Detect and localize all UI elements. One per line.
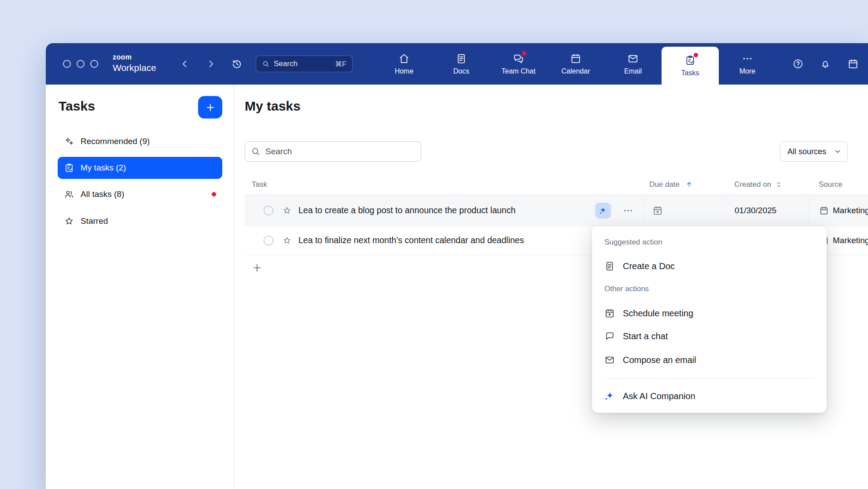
nav-home[interactable]: Home <box>375 43 433 85</box>
add-task-button[interactable] <box>198 96 222 119</box>
doc-icon <box>604 261 615 271</box>
plus-icon <box>251 262 263 274</box>
nav-docs[interactable]: Docs <box>433 43 490 85</box>
unread-badge <box>694 53 698 57</box>
unread-badge <box>522 51 526 56</box>
logo-workplace: Workplace <box>113 63 156 73</box>
ai-companion-button[interactable] <box>595 203 611 219</box>
task-search <box>245 141 421 162</box>
unread-badge <box>212 192 216 196</box>
sidebar-title: Tasks <box>59 99 95 114</box>
add-task-inline-button[interactable] <box>250 261 264 275</box>
created-on-value: 01/30/2025 <box>735 206 776 215</box>
menu-item-label: Create a Doc <box>623 261 675 271</box>
nav-label: Docs <box>453 67 469 75</box>
sort-ascending-icon <box>685 180 693 189</box>
chat-bubble-icon <box>604 331 615 341</box>
task-search-input[interactable] <box>245 141 421 162</box>
search-shortcut: ⌘F <box>335 60 346 68</box>
primary-nav: Home Docs Team Chat Calendar <box>375 43 776 85</box>
sources-filter-dropdown[interactable]: All sources <box>780 141 848 162</box>
bell-icon <box>820 58 831 70</box>
more-icon <box>742 53 753 64</box>
nav-label: Tasks <box>681 69 699 77</box>
help-button[interactable] <box>791 57 805 70</box>
back-button[interactable] <box>179 58 191 70</box>
window-control-dot[interactable] <box>77 60 85 68</box>
nav-label: Calendar <box>562 67 590 75</box>
source-calendar-icon <box>819 206 829 215</box>
column-header-task: Task <box>245 180 645 189</box>
my-tasks-icon <box>64 163 74 173</box>
history-button[interactable] <box>231 58 243 70</box>
app-window: zoom Workplace Search ⌘F Home <box>46 43 868 489</box>
menu-item-start-chat[interactable]: Start a chat <box>592 324 827 348</box>
help-icon <box>792 58 804 70</box>
column-label: Due date <box>649 180 680 189</box>
task-title: Lea to finalize next month’s content cal… <box>298 235 524 245</box>
ai-sparkle-icon <box>599 206 607 215</box>
nav-label: Email <box>624 67 642 75</box>
sparkles-icon <box>64 136 74 147</box>
menu-item-ask-ai-companion[interactable]: Ask AI Companion <box>592 384 827 408</box>
row-more-button[interactable] <box>622 204 635 217</box>
column-header-source: Source <box>808 180 868 189</box>
search-label: Search <box>274 59 298 68</box>
task-complete-checkbox[interactable] <box>264 206 273 215</box>
nav-label: More <box>739 67 755 75</box>
zoom-workplace-logo: zoom Workplace <box>113 53 156 73</box>
source-value: Marketing <box>833 236 868 245</box>
notifications-button[interactable] <box>819 57 832 70</box>
logo-zoom: zoom <box>113 53 156 61</box>
global-search[interactable]: Search ⌘F <box>256 56 353 72</box>
calendar-panel-button[interactable] <box>846 57 860 70</box>
nav-calendar[interactable]: Calendar <box>547 43 604 85</box>
search-icon <box>250 146 261 157</box>
sidebar-item-recommended[interactable]: Recommended (9) <box>58 130 222 152</box>
nav-label: Home <box>395 67 414 75</box>
menu-item-create-doc[interactable]: Create a Doc <box>592 254 827 278</box>
sidebar-item-all-tasks[interactable]: All tasks (8) <box>58 183 222 205</box>
column-header-due-date[interactable]: Due date <box>645 180 725 189</box>
set-due-date-button[interactable] <box>652 205 663 216</box>
window-control-dot[interactable] <box>63 60 71 68</box>
top-bar: zoom Workplace Search ⌘F Home <box>46 43 868 85</box>
menu-item-label: Schedule meeting <box>623 308 693 319</box>
chevron-left-icon <box>180 59 190 69</box>
ai-sparkle-icon <box>604 391 615 401</box>
menu-section-label: Other actions <box>604 285 649 293</box>
source-value: Marketing <box>833 206 868 215</box>
docs-icon <box>456 53 467 64</box>
star-icon[interactable] <box>282 236 292 245</box>
calendar-add-icon <box>652 205 663 216</box>
nav-label: Team Chat <box>501 67 535 75</box>
nav-tasks[interactable]: Tasks <box>662 47 719 85</box>
sidebar-item-starred[interactable]: Starred <box>58 210 222 232</box>
menu-item-label: Start a chat <box>623 331 668 341</box>
task-title: Lea to create a blog post to announce th… <box>298 205 515 215</box>
star-icon[interactable] <box>282 206 292 215</box>
star-icon <box>64 216 74 226</box>
menu-item-schedule-meeting[interactable]: Schedule meeting <box>592 301 827 325</box>
calendar-add-icon <box>604 308 615 319</box>
menu-item-compose-email[interactable]: Compose an email <box>592 348 827 372</box>
nav-email[interactable]: Email <box>604 43 662 85</box>
ellipsis-icon <box>623 205 633 216</box>
sidebar-item-label: Starred <box>81 216 108 226</box>
sidebar-item-my-tasks[interactable]: My tasks (2) <box>58 157 222 179</box>
window-control-dot[interactable] <box>90 60 98 68</box>
task-row[interactable]: Lea to create a blog post to announce th… <box>245 195 868 226</box>
search-icon <box>262 60 270 68</box>
task-complete-checkbox[interactable] <box>264 236 273 245</box>
email-icon <box>627 53 639 64</box>
forward-button[interactable] <box>205 58 217 70</box>
column-label: Created on <box>734 180 771 189</box>
sort-icon <box>775 181 783 189</box>
sidebar-item-label: All tasks (8) <box>81 189 124 199</box>
envelope-icon <box>604 355 615 365</box>
main-content: My tasks All sources Task Due date <box>234 85 868 489</box>
nav-team-chat[interactable]: Team Chat <box>490 43 547 85</box>
nav-more[interactable]: More <box>719 43 776 85</box>
column-header-created-on[interactable]: Created on <box>725 180 808 189</box>
home-icon <box>398 53 410 64</box>
